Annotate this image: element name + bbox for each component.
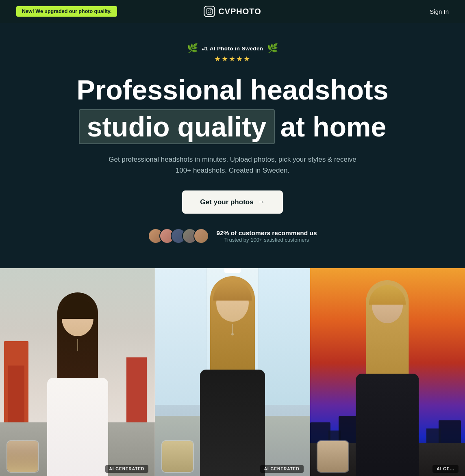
photo-card-3: AI GE... bbox=[310, 268, 465, 476]
building-2 bbox=[8, 366, 24, 431]
avatar bbox=[193, 228, 209, 244]
person-3 bbox=[347, 280, 428, 476]
arrow-icon: → bbox=[258, 198, 265, 206]
get-photos-button[interactable]: Get your photos → bbox=[182, 190, 282, 214]
jacket bbox=[356, 374, 419, 476]
headline-highlight: studio quality bbox=[79, 109, 275, 144]
logo-icon bbox=[204, 6, 215, 17]
ceiling-light bbox=[224, 268, 241, 273]
headline-line1: Professional headshots bbox=[76, 75, 388, 105]
thumbnail-2 bbox=[161, 440, 194, 473]
photo-card-1: AI GENERATED bbox=[0, 268, 155, 476]
person-2 bbox=[188, 276, 277, 476]
navbar: New! We upgraded our photo quality. CVPH… bbox=[0, 0, 465, 23]
instagram-icon bbox=[206, 8, 213, 15]
svg-rect-0 bbox=[206, 9, 213, 15]
ai-badge-2: AI GENERATED bbox=[260, 465, 304, 473]
person-1 bbox=[37, 292, 118, 476]
thumb-inner-1 bbox=[7, 441, 38, 472]
award-text: #1 AI Photo in Sweden bbox=[202, 45, 263, 52]
logo[interactable]: CVPHOTO bbox=[204, 6, 261, 17]
turtleneck bbox=[200, 370, 265, 476]
svg-point-1 bbox=[208, 10, 211, 13]
necklace bbox=[77, 339, 78, 351]
social-text: 92% of customers recommend us Trusted by… bbox=[216, 229, 317, 243]
social-sub-text: Trusted by 100+ satisfied customers bbox=[216, 237, 317, 243]
headline-rest: at home bbox=[280, 111, 387, 143]
ai-badge-3: AI GE... bbox=[432, 465, 458, 473]
headline-line2: studio quality at home bbox=[79, 109, 387, 144]
star-rating: ★★★★★ bbox=[214, 54, 251, 63]
photos-grid: AI GENERATED bbox=[0, 268, 465, 476]
signin-button[interactable]: Sign In bbox=[430, 8, 449, 15]
pendant bbox=[231, 333, 234, 335]
thumb-grad bbox=[7, 450, 38, 472]
thumbnail-1 bbox=[7, 440, 39, 473]
hero-subtext: Get professional headshots in minutes. U… bbox=[106, 154, 359, 176]
photo-card-2: AI GENERATED bbox=[155, 268, 310, 476]
ai-badge-1: AI GENERATED bbox=[105, 465, 149, 473]
thumb-inner-3 bbox=[317, 441, 348, 472]
social-proof: 92% of customers recommend us Trusted by… bbox=[148, 228, 317, 244]
new-badge: New! We upgraded our photo quality. bbox=[16, 6, 117, 17]
svg-point-2 bbox=[211, 9, 212, 10]
social-main-text: 92% of customers recommend us bbox=[216, 229, 317, 237]
cta-label: Get your photos bbox=[200, 198, 253, 206]
avatar-group bbox=[148, 228, 209, 244]
thumbnail-3 bbox=[317, 440, 349, 473]
shirt bbox=[47, 378, 108, 476]
hero-section: 🌿 #1 AI Photo in Sweden 🌿 ★★★★★ Professi… bbox=[0, 23, 465, 268]
thumb-inner-2 bbox=[162, 441, 193, 472]
logo-text: CVPHOTO bbox=[218, 7, 261, 16]
building-3 bbox=[126, 357, 147, 431]
laurel-left-icon: 🌿 bbox=[187, 43, 198, 54]
award-badge: 🌿 #1 AI Photo in Sweden 🌿 ★★★★★ bbox=[187, 43, 278, 63]
laurel-right-icon: 🌿 bbox=[267, 43, 278, 54]
